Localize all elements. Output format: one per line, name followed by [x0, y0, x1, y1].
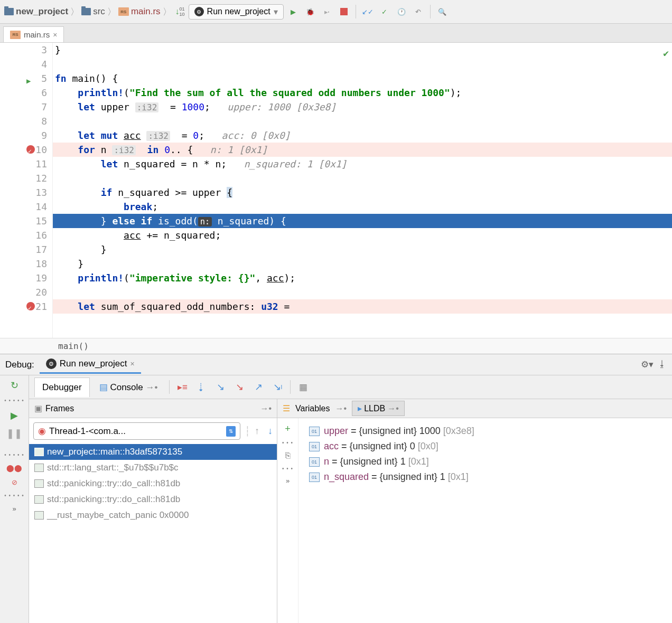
- step-out-button[interactable]: ↗: [250, 379, 267, 395]
- lldb-tab[interactable]: ▸ LLDB →•: [352, 401, 405, 416]
- editor-breadcrumb[interactable]: main(): [0, 338, 672, 354]
- var-icon: 01: [309, 473, 320, 482]
- pin-icon: →•: [146, 382, 158, 392]
- separator: ┆: [245, 426, 250, 437]
- gutter[interactable]: 345▶6789101112131415161718192021: [0, 43, 53, 338]
- editor-tab-main-rs[interactable]: RS main.rs ×: [3, 26, 64, 42]
- separator: • • • • •: [4, 493, 24, 498]
- variables-icon: ☰: [283, 403, 290, 413]
- variable-row[interactable]: 01 acc = {unsigned int} 0 [0x0]: [309, 439, 661, 454]
- prev-frame-button[interactable]: ↑: [250, 426, 264, 437]
- frames-panel: ▣ Frames →• ◉ Thread-1-<com.a... ⇅ ┆ ↑ ↓: [29, 399, 277, 623]
- force-step-into-button[interactable]: ↘: [231, 379, 248, 395]
- frame-row[interactable]: std::rt::lang_start::_$u7b$$u7b$c: [29, 460, 277, 476]
- rust-file-icon: RS: [118, 7, 129, 16]
- run-to-cursor-button[interactable]: ↘I: [269, 379, 286, 395]
- separator: [290, 380, 291, 394]
- rerun-button[interactable]: ↻: [11, 380, 18, 391]
- pin-icon: →•: [387, 404, 399, 413]
- resume-button[interactable]: ▶: [11, 410, 18, 421]
- frame-row[interactable]: std::panicking::try::do_call::h81db: [29, 492, 277, 507]
- copy-button[interactable]: ⎘: [285, 451, 291, 460]
- chevron-right-icon: 〉: [163, 6, 172, 18]
- breadcrumb-src[interactable]: src: [81, 6, 105, 17]
- debug-session-tab[interactable]: ⚙ Run new_project ×: [40, 355, 141, 374]
- breakpoints-button[interactable]: ⬤⬤: [6, 464, 22, 472]
- vcs-history-button[interactable]: 🕐: [394, 4, 409, 19]
- breadcrumb: new_project 〉 src 〉 RS main.rs 〉: [4, 6, 172, 18]
- more-button[interactable]: »: [286, 477, 290, 485]
- var-icon: 01: [309, 442, 320, 451]
- thread-icon: ◉: [38, 426, 46, 437]
- main-toolbar: new_project 〉 src 〉 RS main.rs 〉 ↓0110 ⚙…: [0, 0, 672, 24]
- rust-logo-icon: ⚙: [46, 358, 57, 369]
- breadcrumb-project[interactable]: new_project: [4, 6, 68, 17]
- debug-button[interactable]: 🐞: [303, 4, 318, 19]
- vcs-commit-button[interactable]: ✓: [377, 4, 392, 19]
- separator: [430, 5, 431, 18]
- dropdown-icon: ▾: [274, 7, 278, 17]
- rust-file-icon: RS: [10, 31, 21, 39]
- editor-tabs-bar: RS main.rs ×: [0, 24, 672, 43]
- frame-icon: [34, 479, 44, 488]
- frame-row[interactable]: __rust_maybe_catch_panic 0x0000: [29, 507, 277, 523]
- frame-icon: [34, 464, 44, 472]
- close-tab-icon[interactable]: ×: [53, 31, 57, 39]
- download-icon[interactable]: ⭳: [658, 359, 667, 370]
- debug-tool-window: Debug: ⚙ Run new_project × ⚙▾ ⭳ ↻ • • • …: [0, 354, 672, 623]
- evaluate-expression-button[interactable]: ▦: [295, 379, 312, 395]
- variables-list[interactable]: 01 upper = {unsigned int} 1000 [0x3e8]01…: [298, 418, 672, 623]
- scroll-from-source-icon[interactable]: ↓0110: [174, 5, 186, 18]
- step-over-button[interactable]: ⭭: [193, 379, 210, 395]
- folder-icon: [4, 8, 14, 15]
- show-execution-point-button[interactable]: ▸≡: [174, 379, 191, 395]
- separator: • • •: [282, 440, 293, 446]
- folder-icon: [81, 8, 91, 15]
- separator: • • • • •: [4, 452, 24, 458]
- pause-button[interactable]: ❚❚: [6, 428, 22, 439]
- var-icon: 01: [309, 427, 320, 436]
- variable-row[interactable]: 01 n = {unsigned int} 1 [0x1]: [309, 454, 661, 469]
- breadcrumb-file[interactable]: RS main.rs: [118, 6, 161, 17]
- variables-panel: ☰ Variables →• ▸ LLDB →• +: [277, 399, 672, 623]
- frame-icon: [34, 495, 44, 504]
- frame-row[interactable]: new_project::main::h3daf5873135: [29, 444, 277, 460]
- debug-label: Debug:: [5, 360, 34, 370]
- add-watch-button[interactable]: +: [285, 423, 291, 435]
- run-button[interactable]: ▶: [286, 4, 301, 19]
- var-icon: 01: [309, 457, 320, 467]
- search-button[interactable]: 🔍: [435, 4, 450, 19]
- pin-icon[interactable]: →•: [335, 404, 347, 413]
- editor[interactable]: ✔ 345▶6789101112131415161718192021 }fn m…: [0, 43, 672, 338]
- rust-logo-icon: ⚙: [194, 7, 204, 16]
- stop-button[interactable]: [337, 4, 351, 19]
- more-button[interactable]: »: [12, 505, 16, 513]
- variables-side-toolbar: + • • • ⎘ • • • »: [277, 418, 298, 623]
- frames-icon: ▣: [34, 403, 42, 413]
- run-configuration-selector[interactable]: ⚙ Run new_project ▾: [189, 4, 284, 20]
- variable-row[interactable]: 01 n_squared = {unsigned int} 1 [0x1]: [309, 469, 661, 485]
- lldb-icon: ▸: [358, 403, 362, 413]
- console-icon: ▤: [99, 382, 108, 392]
- chevron-right-icon: 〉: [107, 6, 116, 18]
- console-tab[interactable]: ▤ Console →•: [92, 377, 165, 397]
- vcs-update-button[interactable]: ↙✓: [360, 4, 375, 19]
- code-area[interactable]: }fn main() { println!("Find the sum of a…: [53, 43, 672, 338]
- mute-breakpoints-button[interactable]: ⊘: [12, 478, 17, 486]
- dropdown-icon: ⇅: [226, 426, 236, 437]
- variables-header: ☰ Variables →• ▸ LLDB →•: [277, 399, 672, 418]
- settings-icon[interactable]: ⚙▾: [641, 359, 654, 370]
- separator: • • • • •: [4, 398, 24, 403]
- debugger-tab[interactable]: Debugger: [34, 377, 90, 397]
- close-icon[interactable]: ×: [130, 360, 134, 368]
- variable-row[interactable]: 01 upper = {unsigned int} 1000 [0x3e8]: [309, 423, 661, 439]
- undo-button[interactable]: ↶: [411, 4, 426, 19]
- separator: [356, 5, 356, 18]
- next-frame-button[interactable]: ↓: [264, 426, 277, 437]
- frame-row[interactable]: std::panicking::try::do_call::h81db: [29, 476, 277, 492]
- frames-list[interactable]: new_project::main::h3daf5873135std::rt::…: [29, 444, 277, 623]
- coverage-button[interactable]: ▸▪: [320, 4, 334, 19]
- step-into-button[interactable]: ↘: [212, 379, 229, 395]
- pin-icon[interactable]: →•: [260, 404, 272, 413]
- thread-selector[interactable]: ◉ Thread-1-<com.a... ⇅: [33, 422, 240, 440]
